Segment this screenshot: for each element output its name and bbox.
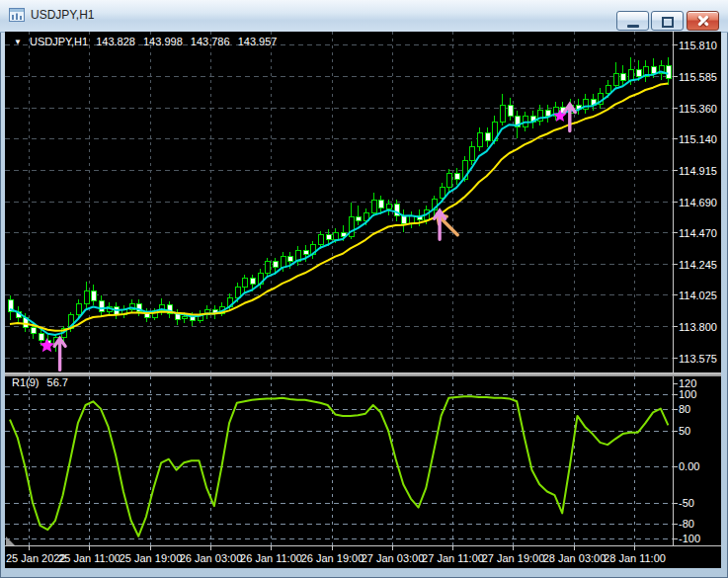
- time-axis[interactable]: 25 Jan 202225 Jan 11:0025 Jan 19:0026 Ja…: [5, 545, 721, 568]
- svg-text:114.025: 114.025: [679, 289, 717, 301]
- close-icon: [688, 12, 718, 30]
- svg-text:28 Jan 11:00: 28 Jan 11:00: [604, 552, 666, 564]
- ohlc-high-value: 143.998: [143, 36, 183, 47]
- chart-window-icon: [9, 8, 25, 22]
- restore-icon: [662, 17, 674, 28]
- svg-text:27 Jan 11:00: 27 Jan 11:00: [422, 552, 484, 564]
- svg-text:80: 80: [679, 403, 690, 415]
- svg-text:25 Jan 11:00: 25 Jan 11:00: [58, 552, 121, 564]
- signal-arrow-marker[interactable]: [435, 210, 445, 239]
- ohlc-open-value: 143.828: [96, 36, 135, 47]
- svg-text:114.245: 114.245: [679, 259, 717, 271]
- symbol-ohlc-label: ▼ USDJPY,H1 143.828 143.998 143.786 143.…: [14, 36, 282, 47]
- indicator-grid: [5, 376, 673, 545]
- svg-text:114.690: 114.690: [679, 197, 717, 208]
- svg-text:113.575: 113.575: [679, 353, 717, 365]
- indicator-name: R1(9): [12, 376, 40, 388]
- main-price-chart[interactable]: 115.810115.585115.360115.140114.915114.6…: [5, 32, 721, 372]
- panel-resize-grip[interactable]: [6, 537, 15, 545]
- svg-text:113.800: 113.800: [679, 321, 717, 333]
- svg-text:28 Jan 03:00: 28 Jan 03:00: [543, 552, 607, 564]
- ohlc-low-value: 143.786: [191, 36, 230, 47]
- minimize-icon: [627, 25, 639, 28]
- minimize-button[interactable]: [616, 11, 649, 31]
- svg-text:26 Jan 11:00: 26 Jan 11:00: [240, 552, 302, 564]
- svg-text:114.470: 114.470: [679, 227, 717, 239]
- collapse-triangle-icon[interactable]: ▼: [14, 38, 22, 46]
- restore-button[interactable]: [651, 11, 684, 31]
- svg-text:27 Jan 19:00: 27 Jan 19:00: [482, 552, 545, 564]
- indicator-panel[interactable]: 12010080500.00-50-80-100: [5, 376, 721, 545]
- svg-text:27 Jan 03:00: 27 Jan 03:00: [362, 552, 425, 564]
- signal-arrow-marker[interactable]: [54, 338, 65, 370]
- svg-text:25 Jan 19:00: 25 Jan 19:00: [120, 552, 183, 564]
- ohlc-close-value: 143.957: [238, 36, 278, 47]
- close-button[interactable]: [687, 11, 719, 31]
- svg-text:115.360: 115.360: [679, 103, 717, 115]
- oscillator-line[interactable]: [10, 396, 668, 537]
- svg-text:100: 100: [679, 388, 696, 400]
- svg-text:115.140: 115.140: [679, 133, 717, 145]
- indicator-value: 56.7: [47, 376, 68, 388]
- window-title: USDJPY,H1: [31, 0, 94, 31]
- svg-text:114.915: 114.915: [679, 165, 717, 177]
- price-axis[interactable]: 115.810115.585115.360115.140114.915114.6…: [673, 32, 717, 372]
- svg-text:26 Jan 03:00: 26 Jan 03:00: [180, 552, 243, 564]
- indicator-label: R1(9) 56.7: [12, 376, 73, 388]
- chart-window: USDJPY,H1 115.810115.585115.360115.14011…: [0, 0, 728, 578]
- svg-text:-50: -50: [679, 497, 694, 509]
- svg-text:115.810: 115.810: [679, 40, 717, 51]
- svg-text:115.585: 115.585: [679, 71, 717, 83]
- svg-text:-80: -80: [679, 518, 694, 530]
- svg-text:50: 50: [679, 425, 690, 437]
- svg-text:-100: -100: [679, 533, 700, 544]
- svg-text:0.00: 0.00: [679, 460, 699, 472]
- main-grid: [5, 32, 673, 372]
- indicator-axis[interactable]: 12010080500.00-50-80-100: [673, 376, 700, 545]
- symbol-timeframe-label: USDJPY,H1: [30, 36, 88, 47]
- svg-text:25 Jan 2022: 25 Jan 2022: [6, 552, 66, 564]
- svg-text:26 Jan 19:00: 26 Jan 19:00: [301, 552, 364, 564]
- titlebar[interactable]: USDJPY,H1: [0, 0, 728, 33]
